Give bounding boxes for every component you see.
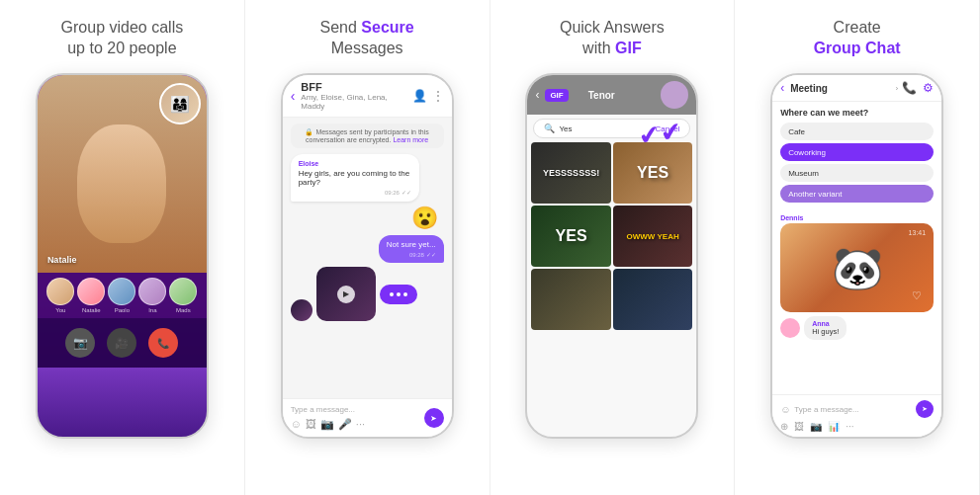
- message-outgoing: Not sure yet... 09:28 ✓✓: [291, 235, 444, 263]
- phone-gif: ✔✔ ‹ GIF Tenor 🔍 Yes Cancel YESSSSSSS! Y…: [525, 73, 698, 439]
- chat-members: Amy, Eloise, Gina, Lena, Maddy: [301, 93, 411, 111]
- panel-title-video: Group video callsup to 20 people: [61, 18, 184, 61]
- sticker-area: 🐼 13:41 ♡: [780, 223, 934, 312]
- sticker-time: 13:41: [909, 229, 927, 236]
- chat-header: ‹ BFF Amy, Eloise, Gina, Lena, Maddy 👤 ⋮: [283, 75, 452, 118]
- group-input-bar: ☺ Type a message... ➤ ⊕ 🖼 📷 📊 ···: [772, 394, 941, 437]
- anna-avatar: [780, 318, 800, 338]
- gif-label-4: OWWW YEAH: [627, 232, 679, 241]
- meeting-chat-header: ‹ Meeting › 📞 ⚙: [772, 75, 941, 102]
- meeting-title: Meeting: [790, 83, 896, 94]
- back-icon[interactable]: ‹: [291, 88, 296, 104]
- gif-source: Tenor: [588, 90, 656, 101]
- gif-label-1: YESSSSSSS!: [539, 164, 603, 182]
- panel-title-gif: Quick Answerswith GIF: [560, 18, 665, 61]
- bottom-icon-2[interactable]: 🖼: [794, 421, 804, 432]
- encrypted-notice: 🔒 Messages sent by participants in this …: [291, 124, 444, 148]
- anna-message: Anna Hi guys!: [780, 316, 934, 340]
- gif-cell-6[interactable]: [613, 269, 693, 330]
- more-icon[interactable]: ⋮: [432, 89, 444, 103]
- gif-label-2: YES: [637, 164, 668, 182]
- gif-chat-header: ‹ GIF Tenor: [527, 75, 696, 115]
- bottom-icon-3[interactable]: 📷: [810, 421, 822, 432]
- poll-container: Where can we meet? Cafe Coworking Museum…: [772, 102, 941, 211]
- gif-cell-5[interactable]: [531, 269, 611, 330]
- camera-input-icon[interactable]: 📷: [320, 418, 334, 431]
- learn-more-link[interactable]: Learn more: [393, 136, 428, 143]
- more-input-icon[interactable]: ···: [356, 418, 365, 431]
- person-icon[interactable]: 👤: [412, 89, 427, 103]
- avatar-paolo: Paolo: [108, 278, 135, 313]
- play-button[interactable]: ▶: [337, 286, 355, 303]
- avatar-you: You: [46, 278, 74, 313]
- meeting-icons: 📞 ⚙: [902, 81, 934, 95]
- maddy-message: ▶: [291, 267, 444, 321]
- gif-cell-1[interactable]: YESSSSSSS!: [531, 142, 611, 204]
- bear-sticker: 🐼: [832, 244, 883, 292]
- image-icon[interactable]: 🖼: [306, 418, 316, 431]
- message-time: 09:26 ✓✓: [299, 189, 411, 196]
- chat-name: BFF: [301, 81, 411, 93]
- panel-title-group: CreateGroup Chat: [814, 18, 901, 61]
- bottom-emoji-icon[interactable]: ☺: [780, 404, 790, 415]
- mic-icon[interactable]: 🎤: [338, 418, 352, 431]
- group-send-button[interactable]: ➤: [916, 400, 934, 418]
- chat-action-icons: 👤 ⋮: [412, 89, 444, 103]
- sender-name: Eloise: [299, 160, 411, 167]
- group-message-input[interactable]: Type a message...: [794, 405, 912, 414]
- gif-cell-3[interactable]: YES: [531, 206, 611, 267]
- search-icon: 🔍: [544, 124, 555, 133]
- end-call-button[interactable]: 📞: [148, 328, 178, 358]
- chat-input-bar: Type a message... ☺ 🖼 📷 🎤 ··· ➤: [283, 398, 452, 437]
- dennis-message: Dennis 🐼 13:41 ♡: [780, 214, 934, 312]
- poll-question: Where can we meet?: [780, 108, 934, 118]
- anna-bubble: Anna Hi guys!: [804, 316, 846, 340]
- emoji-icon[interactable]: ☺: [291, 418, 302, 431]
- message-eloise: Eloise Hey girls, are you coming to the …: [291, 154, 444, 202]
- sticker-like-icon[interactable]: ♡: [912, 289, 922, 302]
- reply-time: 09:28 ✓✓: [387, 251, 436, 258]
- check-marks: ✔✔: [637, 116, 684, 152]
- bottom-icon-5[interactable]: ···: [846, 421, 853, 432]
- gif-back-icon[interactable]: ‹: [535, 88, 539, 102]
- bottom-icon-1[interactable]: ⊕: [780, 421, 788, 432]
- poll-option-coworking[interactable]: Coworking: [780, 143, 934, 161]
- poll-option-another[interactable]: Another variant: [780, 185, 934, 203]
- avatar-natalie: Natalie: [77, 278, 105, 313]
- meeting-back-icon[interactable]: ‹: [780, 81, 784, 95]
- camera-button[interactable]: 📷: [65, 328, 95, 358]
- natalie-label: Natalie: [47, 255, 77, 265]
- gif-label-3: YES: [556, 227, 587, 245]
- settings-icon[interactable]: ⚙: [923, 81, 934, 95]
- phone-video: 👨‍👩‍👧 Natalie You Natalie Paolo Ina: [36, 73, 209, 439]
- phone-group: ‹ Meeting › 📞 ⚙ Where can we meet? Cafe …: [770, 73, 943, 439]
- message-input[interactable]: Type a message...: [291, 405, 419, 414]
- gif-grid: YESSSSSSS! YES YES OWWW YEAH: [531, 142, 692, 330]
- send-button[interactable]: ➤: [424, 408, 444, 428]
- panel-video: Group video callsup to 20 people 👨‍👩‍👧 N…: [0, 0, 245, 495]
- phone-secure: ‹ BFF Amy, Eloise, Gina, Lena, Maddy 👤 ⋮…: [281, 73, 454, 439]
- call-icon[interactable]: 📞: [902, 81, 917, 95]
- emoji-reaction: 😮: [283, 206, 438, 231]
- avatar-mads: Mads: [169, 278, 197, 313]
- avatar-ina: Ina: [138, 278, 166, 313]
- panel-gif: Quick Answerswith GIF ✔✔ ‹ GIF Tenor 🔍 Y…: [490, 0, 736, 495]
- dennis-name: Dennis: [780, 214, 934, 221]
- meeting-subtitle: ›: [896, 85, 898, 92]
- video-button[interactable]: 🎥: [107, 328, 136, 358]
- anna-text: Hi guys!: [812, 327, 839, 336]
- anna-name: Anna: [812, 320, 839, 327]
- video-thumbnail[interactable]: ▶: [316, 267, 376, 321]
- panel-group-chat: CreateGroup Chat ‹ Meeting › 📞 ⚙ Where c…: [735, 0, 980, 495]
- message-text: Hey girls, are you coming to the party?: [299, 169, 411, 187]
- panel-secure: Send SecureMessages ‹ BFF Amy, Eloise, G…: [245, 0, 490, 495]
- reply-text: Not sure yet...: [387, 240, 436, 249]
- bottom-icon-4[interactable]: 📊: [828, 421, 840, 432]
- gif-contact-avatar: [661, 81, 688, 109]
- panel-title-secure: Send SecureMessages: [320, 18, 414, 61]
- gif-cell-2[interactable]: YES: [613, 142, 693, 204]
- poll-option-cafe[interactable]: Cafe: [780, 123, 934, 140]
- typing-bubble: [380, 285, 417, 304]
- poll-option-museum[interactable]: Museum: [780, 164, 934, 182]
- gif-cell-4[interactable]: OWWW YEAH: [613, 206, 693, 267]
